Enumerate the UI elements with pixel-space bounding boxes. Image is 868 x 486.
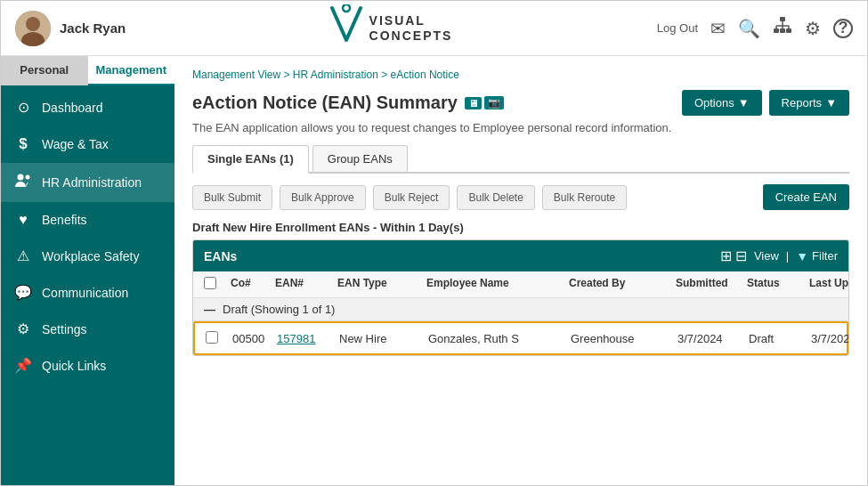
title-icon-monitor[interactable]: 🖥 📷 [465,96,504,109]
sidebar-label-hr-admin: HR Administration [42,175,142,190]
row-checkbox[interactable] [206,331,218,344]
avatar [15,11,51,46]
svg-point-1 [26,17,40,31]
logo-text-line2: CONCEPTS [369,28,453,44]
reports-chevron-icon: ▼ [825,96,837,109]
workplace-safety-icon: ⚠ [13,247,33,264]
cell-status: Draft [749,332,811,345]
logo: VISUAL CONCEPTS [330,4,453,52]
cell-co: 00500 [232,332,277,345]
col-co: Co# [231,277,275,292]
bulk-actions-row: Bulk Submit Bulk Approve Bulk Reject Bul… [192,184,849,210]
page-title-row: eAction Notice (EAN) Summary 🖥 📷 Options… [192,90,849,116]
tab-management[interactable]: Management [88,56,175,85]
view-label: View [754,249,779,263]
header-icons: Log Out ✉ 🔍 ⚙ ? [657,16,853,40]
grid-icon[interactable]: ⊞ [720,247,732,264]
breadcrumb: Management View > HR Administration > eA… [192,69,849,81]
draft-group-row: — Draft (Showing 1 of 1) [193,298,848,321]
select-all-checkbox[interactable] [204,277,216,289]
col-submitted: Submitted [676,277,747,292]
bulk-approve-button[interactable]: Bulk Approve [280,185,366,210]
settings-icon[interactable]: ⚙ [805,18,821,39]
cell-employee: Gonzales, Ruth S [428,332,571,345]
divider: | [786,249,789,263]
sidebar-tab-bar: Personal Management [1,56,174,85]
sidebar-item-communication[interactable]: 💬 Communication [1,274,174,311]
svg-point-3 [343,4,350,12]
col-checkbox [204,277,231,292]
sidebar-item-settings[interactable]: ⚙ Settings [1,311,174,347]
bulk-reject-button[interactable]: Bulk Reject [373,185,450,210]
col-ean: EAN# [275,277,337,292]
svg-point-13 [18,174,24,181]
user-section: Jack Ryan [15,11,126,46]
page-title: eAction Notice (EAN) Summary 🖥 📷 [192,93,504,113]
options-button[interactable]: Options ▼ [682,90,762,116]
sidebar-label-communication: Communication [42,286,128,300]
tab-single-eans[interactable]: Single EANs (1) [192,145,309,174]
table-header-controls: ⊞ ⊟ View | ▼ Filter [720,247,838,264]
sidebar-item-hr-admin[interactable]: HR Administration [1,163,174,202]
page-description: The EAN application allows you to reques… [192,121,849,134]
svg-rect-6 [780,28,785,33]
svg-rect-5 [774,28,779,33]
logo-v [330,4,362,52]
col-type: EAN Type [337,277,426,292]
sidebar-item-benefits[interactable]: ♥ Benefits [1,202,174,238]
tab-personal[interactable]: Personal [1,56,88,85]
sidebar-label-wage-tax: Wage & Tax [42,137,109,151]
bulk-delete-button[interactable]: Bulk Delete [457,185,534,210]
cell-type: New Hire [339,332,428,345]
sidebar-item-workplace-safety[interactable]: ⚠ Workplace Safety [1,238,174,274]
sidebar-item-dashboard[interactable]: ⊙ Dashboard [1,89,174,126]
cell-submitted: 3/7/2024 [677,332,749,345]
cell-ean[interactable]: 157981 [277,332,339,345]
svg-rect-7 [786,28,791,33]
col-status: Status [747,277,809,292]
filter-button[interactable]: ▼ Filter [796,249,838,263]
row-checkbox-cell [206,331,232,346]
search-icon[interactable]: 🔍 [738,18,760,39]
org-chart-icon[interactable] [773,16,792,40]
logout-button[interactable]: Log Out [657,21,698,35]
table-view-icon[interactable]: ⊟ [735,247,747,264]
filter-icon: ▼ [796,249,808,263]
sidebar-item-wage-tax[interactable]: $ Wage & Tax [1,126,174,163]
reports-button[interactable]: Reports ▼ [769,90,849,116]
sidebar-label-workplace-safety: Workplace Safety [42,249,139,263]
sidebar-label-settings: Settings [42,322,87,336]
help-icon[interactable]: ? [833,19,853,38]
page-action-buttons: Options ▼ Reports ▼ [682,90,849,116]
quick-links-icon: 📌 [13,357,33,374]
cell-created-by: Greenhouse [571,332,677,345]
tab-group-eans[interactable]: Group EANs [312,145,408,172]
hr-admin-icon [13,173,33,192]
cell-last-update: 3/7/2024 🕐 ✓ ✕ [811,330,849,346]
view-icons: ⊞ ⊟ [720,247,747,264]
last-update-text: 3/7/2024 [811,332,849,345]
logo-text-line1: VISUAL [369,13,453,28]
sidebar-nav: ⊙ Dashboard $ Wage & Tax HR Administrati… [1,85,174,384]
options-chevron-icon: ▼ [738,96,750,109]
wage-tax-icon: $ [13,135,33,153]
monitor-icon[interactable]: 🖥 [465,97,482,109]
table-title: EANs [204,249,237,263]
col-created: Created By [569,277,676,292]
draft-dash: — [204,303,215,316]
bulk-reroute-button[interactable]: Bulk Reroute [542,185,627,210]
camera-icon[interactable]: 📷 [484,96,504,109]
filter-label: Filter [812,249,838,263]
settings-sidebar-icon: ⚙ [13,320,33,337]
sidebar-label-quick-links: Quick Links [42,359,106,373]
content-area: Management View > HR Administration > eA… [174,56,867,485]
sidebar: Personal Management ⊙ Dashboard $ Wage &… [1,56,174,485]
sidebar-item-quick-links[interactable]: 📌 Quick Links [1,347,174,384]
mail-icon[interactable]: ✉ [710,18,726,39]
bulk-buttons-group: Bulk Submit Bulk Approve Bulk Reject Bul… [192,185,627,210]
create-ean-button[interactable]: Create EAN [763,184,849,210]
col-employee: Employee Name [426,277,569,292]
bulk-submit-button[interactable]: Bulk Submit [192,185,272,210]
table-header-row: EANs ⊞ ⊟ View | ▼ Filter [193,240,848,271]
eans-table: EANs ⊞ ⊟ View | ▼ Filter Co# E [192,239,849,356]
